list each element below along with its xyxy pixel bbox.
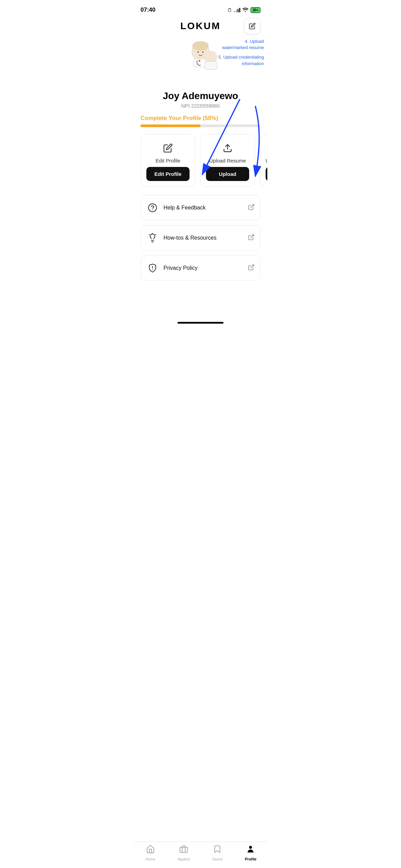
- profile-hints: 4. Upload watermarked resume 5. Upload c…: [218, 38, 264, 67]
- status-time: 07:40: [141, 7, 155, 13]
- svg-line-22: [251, 265, 254, 268]
- status-bar: 07:40 🗒 30+: [134, 0, 267, 17]
- help-icon: [146, 202, 159, 214]
- svg-point-3: [202, 51, 204, 53]
- progress-percent: (50%): [203, 115, 218, 121]
- help-feedback-label: Help & Feedback: [163, 205, 206, 211]
- edit-profile-card-title: Edit Profile: [156, 158, 181, 164]
- upload-credentialing-card: Upload credentialing doc Upload: [260, 134, 267, 187]
- progress-label: Complete Your Profile (50%): [141, 115, 260, 122]
- notification-icon: 🗒: [228, 8, 232, 13]
- external-link-icon-3: [248, 264, 255, 273]
- edit-profile-card: Edit Profile Edit Profile: [141, 134, 195, 187]
- header: LOKUM: [134, 17, 267, 35]
- progress-bar-background: [141, 124, 260, 127]
- edit-profile-button[interactable]: Edit Profile: [146, 167, 190, 181]
- howtos-label: How-tos & Resources: [163, 235, 217, 241]
- wifi-icon: [242, 7, 248, 13]
- lightbulb-icon: [146, 232, 159, 244]
- edit-profile-card-icon: [163, 142, 173, 154]
- howtos-resources-item[interactable]: How-tos & Resources: [141, 225, 260, 251]
- external-link-icon-2: [248, 234, 255, 242]
- svg-point-2: [197, 51, 199, 53]
- progress-section: Complete Your Profile (50%): [134, 115, 267, 127]
- progress-bar-fill: [141, 124, 200, 127]
- external-link-icon: [248, 204, 255, 212]
- privacy-policy-item[interactable]: Privacy Policy: [141, 255, 260, 281]
- svg-line-18: [156, 234, 156, 235]
- upload-resume-card-title: Upload Resume: [209, 158, 246, 164]
- svg-rect-6: [198, 61, 201, 61]
- hint-line2: watermarked resume: [218, 45, 264, 51]
- avatar: [177, 38, 224, 86]
- help-feedback-item[interactable]: Help & Feedback: [141, 195, 260, 220]
- battery-icon: 30+: [251, 7, 260, 13]
- upload-resume-button[interactable]: Upload: [206, 167, 249, 181]
- npi-text: NPI 2225558880: [181, 103, 220, 109]
- svg-point-11: [148, 204, 156, 212]
- hint-line4: information: [218, 61, 264, 67]
- profile-section: 4. Upload watermarked resume 5. Upload c…: [134, 35, 267, 115]
- svg-line-17: [149, 234, 149, 235]
- hint-line1: 4. Upload: [218, 38, 264, 45]
- home-indicator: [178, 322, 223, 324]
- status-icons: 🗒 30+: [228, 7, 260, 13]
- header-edit-button[interactable]: [244, 18, 260, 34]
- upload-resume-card-icon: [223, 142, 232, 154]
- action-cards-row: Edit Profile Edit Profile Upload Resume …: [134, 134, 267, 187]
- user-name: Joy Ademuyewo: [163, 91, 238, 101]
- hint-line3: 5. Upload credentialing: [218, 54, 264, 60]
- app-logo: LOKUM: [180, 21, 221, 32]
- shield-icon: [146, 262, 159, 274]
- menu-list: Help & Feedback: [134, 195, 267, 286]
- svg-line-19: [251, 234, 254, 238]
- signal-bars: [234, 8, 240, 12]
- privacy-policy-label: Privacy Policy: [163, 265, 198, 271]
- upload-resume-card: Upload Resume Upload: [200, 134, 255, 187]
- upload-credentialing-card-title: Upload credentialing doc: [266, 158, 267, 164]
- svg-line-13: [251, 204, 254, 207]
- upload-credentialing-button[interactable]: Upload: [266, 167, 267, 181]
